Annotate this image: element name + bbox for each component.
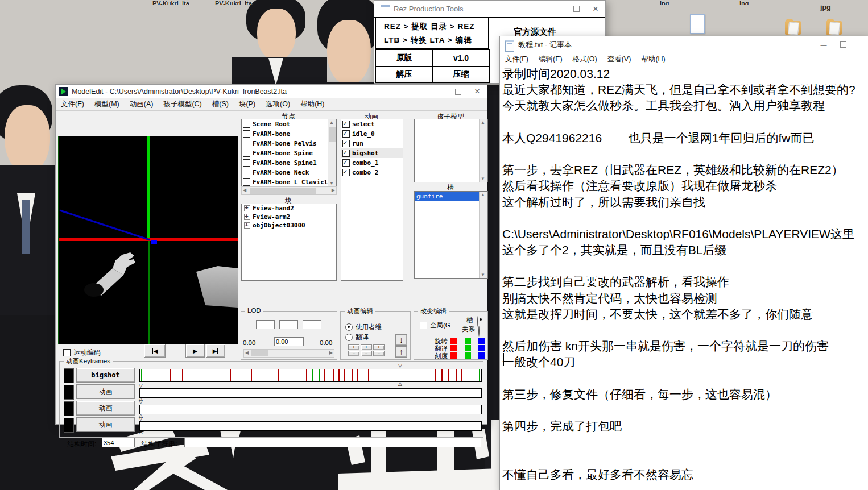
menu-options[interactable]: 选项(O) bbox=[261, 98, 295, 111]
socket-item-selected[interactable]: gunfire bbox=[415, 192, 480, 201]
minimize-button[interactable] bbox=[814, 36, 833, 53]
notepad-titlebar[interactable]: 教程.txt - 记事本 bbox=[500, 36, 868, 53]
menu-file[interactable]: 文件(F) bbox=[56, 98, 89, 111]
close-button[interactable] bbox=[468, 85, 487, 98]
menu-file[interactable]: 文件(F) bbox=[500, 53, 534, 66]
node-list[interactable]: Scene Root FvARM-bone FvARM-bone Pelvis … bbox=[241, 119, 337, 187]
global-checkbox[interactable]: 全局(G bbox=[420, 321, 450, 330]
motion-encode-checkbox[interactable]: 运动编码 bbox=[63, 348, 101, 358]
rez-zip-button[interactable]: 压缩 bbox=[432, 66, 490, 83]
translate-z-swatch[interactable] bbox=[478, 345, 485, 351]
timeline-marker-top[interactable]: ▽ bbox=[398, 363, 402, 368]
child-model-list[interactable] bbox=[414, 119, 488, 182]
keyframe-track-4[interactable] bbox=[139, 421, 482, 431]
maximize-button[interactable] bbox=[448, 85, 468, 98]
checkbox-unchecked[interactable] bbox=[243, 169, 250, 176]
scale-y-swatch[interactable] bbox=[465, 352, 471, 359]
rotate-z-swatch[interactable] bbox=[478, 338, 485, 344]
scale-x-swatch[interactable] bbox=[450, 352, 457, 359]
checkbox-unchecked[interactable] bbox=[243, 121, 250, 128]
close-button[interactable] bbox=[586, 1, 605, 17]
radio-on-icon[interactable] bbox=[345, 323, 353, 331]
rez-titlebar[interactable]: Rez Production Tools bbox=[374, 1, 605, 17]
piece-item[interactable]: objObject03000 bbox=[242, 221, 336, 230]
tree-expand-icon[interactable] bbox=[244, 222, 250, 229]
menu-model[interactable]: 模型(M) bbox=[89, 98, 125, 111]
menu-childmodel[interactable]: 孩子模型(C) bbox=[158, 98, 206, 111]
socket-list[interactable]: gunfire bbox=[414, 191, 488, 279]
notepad-text-area[interactable]: 录制时间2020.03.12 最近大家都知道，REZ满天飞，但是自己拿不到或者拿… bbox=[502, 66, 868, 490]
menu-format[interactable]: 格式(O) bbox=[568, 53, 602, 66]
modeledit-titlebar[interactable]: ModelEdit - C:\Users\Administrator\Deskt… bbox=[56, 85, 487, 98]
tree-expand-icon[interactable] bbox=[244, 205, 250, 211]
radio-user-dims[interactable]: 使用者维 bbox=[345, 323, 382, 331]
lod-box-1[interactable] bbox=[256, 320, 275, 329]
piece-item[interactable]: Fview-arm2 bbox=[242, 213, 336, 221]
keyframe-row-swatch[interactable] bbox=[64, 368, 74, 383]
animation-item[interactable]: select bbox=[341, 119, 403, 129]
checkbox-unchecked[interactable] bbox=[243, 178, 250, 186]
keyframe-track-3[interactable] bbox=[139, 405, 482, 414]
skip-start-button[interactable]: ◀ bbox=[144, 344, 166, 358]
rez-unzip-button[interactable]: 解压 bbox=[375, 66, 433, 83]
node-item[interactable]: FvARM-bone Neck bbox=[242, 168, 336, 177]
desktop-icon-label-cut[interactable]: jpg bbox=[739, 0, 779, 5]
animation-item-selected[interactable]: bigshot bbox=[341, 148, 403, 158]
timeline-marker-top[interactable]: ▽ bbox=[139, 383, 143, 388]
folder-icon[interactable] bbox=[785, 21, 801, 35]
animation-item[interactable]: combo_2 bbox=[341, 168, 403, 177]
timeline-marker-top[interactable]: ▽ bbox=[139, 400, 143, 405]
relation-radio[interactable] bbox=[478, 326, 480, 337]
lod-box-3[interactable] bbox=[303, 320, 321, 329]
checkbox-unchecked[interactable] bbox=[243, 130, 250, 138]
node-item[interactable]: FvARM-bone Spine1 bbox=[242, 158, 336, 168]
structure-string-input[interactable] bbox=[184, 438, 481, 447]
desktop-icon-label-cut[interactable]: PV-Kukri_lta bbox=[215, 0, 274, 5]
node-item[interactable]: FvARM-bone bbox=[242, 129, 336, 139]
keyframe-row-button[interactable]: 动画 bbox=[76, 384, 135, 399]
translate-y-swatch[interactable] bbox=[465, 345, 471, 351]
desktop-icon-label[interactable]: jpg bbox=[820, 3, 849, 11]
node-item[interactable]: Scene Root bbox=[242, 119, 336, 129]
menu-view[interactable]: 查看(V) bbox=[602, 53, 636, 66]
timeline-marker-top[interactable]: ▽ bbox=[139, 416, 143, 421]
minimize-button[interactable] bbox=[547, 1, 567, 17]
checkbox-checked[interactable] bbox=[342, 140, 350, 147]
checkbox-unchecked[interactable] bbox=[243, 140, 250, 147]
plus-button[interactable]: + bbox=[361, 344, 372, 350]
animation-list[interactable]: select idle_0 run bigshot combo_1 combo_… bbox=[341, 119, 403, 281]
node-item[interactable]: FvARM-bone L Clavicle bbox=[242, 177, 336, 187]
node-item[interactable]: FvARM-bone Pelvis bbox=[242, 139, 336, 148]
minus-button[interactable]: − bbox=[361, 351, 372, 356]
checkbox-unchecked[interactable] bbox=[243, 159, 250, 167]
pieces-tree[interactable]: Fview-hand2 Fview-arm2 objObject03000 bbox=[241, 204, 337, 281]
checkbox-checked[interactable] bbox=[342, 150, 350, 157]
node-item[interactable]: FvARM-bone Spine bbox=[242, 148, 336, 158]
checkbox-unchecked[interactable] bbox=[420, 322, 427, 329]
skip-end-button[interactable]: ▶ bbox=[206, 344, 225, 358]
timeline-marker-bottom[interactable]: △ bbox=[398, 381, 402, 387]
maximize-button[interactable] bbox=[567, 1, 586, 17]
child-model-scrollbar[interactable] bbox=[479, 119, 487, 182]
checkbox-checked[interactable] bbox=[342, 169, 350, 176]
lod-value-input[interactable] bbox=[274, 337, 304, 346]
node-list-scrollbar[interactable] bbox=[328, 119, 336, 186]
menu-animation[interactable]: 动画(A) bbox=[125, 98, 159, 111]
folder-icon[interactable] bbox=[826, 21, 842, 35]
rotate-y-swatch[interactable] bbox=[465, 338, 471, 344]
menu-socket[interactable]: 槽(S) bbox=[207, 98, 234, 111]
translate-x-swatch[interactable] bbox=[450, 345, 457, 351]
timeline-marker-bottom[interactable]: △ bbox=[139, 430, 143, 435]
checkbox-checked[interactable] bbox=[342, 130, 350, 138]
minimize-button[interactable] bbox=[429, 85, 448, 98]
viewport-3d[interactable] bbox=[58, 136, 238, 344]
plus-button[interactable]: + bbox=[373, 344, 385, 350]
keyframe-row-swatch[interactable] bbox=[64, 401, 74, 416]
keyframe-row-swatch[interactable] bbox=[64, 385, 74, 400]
minus-button[interactable]: − bbox=[373, 351, 385, 356]
tree-expand-icon[interactable] bbox=[244, 214, 250, 220]
checkbox-unchecked[interactable] bbox=[63, 349, 71, 356]
keyframe-row-button[interactable]: 动画 bbox=[76, 401, 135, 416]
lod-slider[interactable] bbox=[243, 349, 334, 358]
socket-list-scrollbar[interactable] bbox=[479, 192, 487, 278]
